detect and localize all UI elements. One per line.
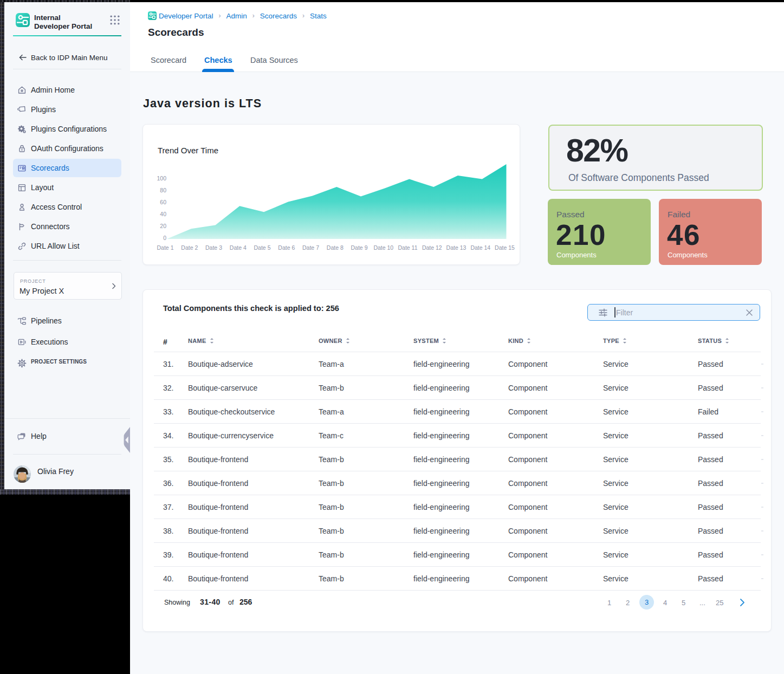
svg-text:Date 9: Date 9 — [351, 244, 368, 251]
svg-text:0: 0 — [163, 235, 166, 241]
svg-text:Date 15: Date 15 — [495, 244, 515, 251]
svg-text:20: 20 — [160, 223, 166, 229]
svg-text:Date 8: Date 8 — [327, 244, 344, 251]
svg-text:40: 40 — [160, 211, 166, 217]
svg-text:Date 13: Date 13 — [446, 244, 466, 251]
svg-text:60: 60 — [160, 199, 166, 205]
svg-text:Date 14: Date 14 — [470, 244, 490, 251]
svg-text:80: 80 — [160, 187, 166, 193]
svg-text:100: 100 — [157, 175, 166, 182]
svg-text:Date 7: Date 7 — [302, 244, 319, 251]
svg-text:Date 11: Date 11 — [398, 244, 418, 251]
svg-text:Date 1: Date 1 — [157, 244, 174, 251]
svg-text:Date 5: Date 5 — [254, 244, 271, 251]
svg-text:Date 4: Date 4 — [230, 244, 247, 251]
svg-text:Date 3: Date 3 — [205, 244, 222, 251]
svg-text:Date 10: Date 10 — [373, 244, 393, 251]
svg-text:Date 2: Date 2 — [181, 244, 198, 251]
svg-text:Date 12: Date 12 — [422, 244, 442, 251]
svg-text:Date 6: Date 6 — [278, 244, 295, 251]
